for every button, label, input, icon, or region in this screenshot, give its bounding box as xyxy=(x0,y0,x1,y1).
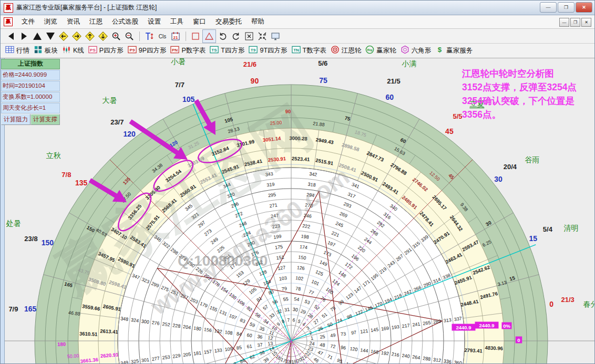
svg-text:301: 301 xyxy=(141,357,149,363)
module-赢家服务[interactable]: $赢家服务 xyxy=(435,45,473,57)
menu-item-帮助[interactable]: 帮助 xyxy=(247,15,269,28)
time-updown-icon[interactable] xyxy=(143,30,156,43)
svg-text:55: 55 xyxy=(283,296,289,302)
module-T四方形[interactable]: TST四方形 xyxy=(209,45,244,57)
module-label: P数字表 xyxy=(181,46,206,55)
svg-text:21/3: 21/3 xyxy=(561,296,575,304)
svg-text:45: 45 xyxy=(445,127,454,136)
module-赢家轮[interactable]: Big赢家轮 xyxy=(365,45,396,57)
menu-item-资讯[interactable]: 资讯 xyxy=(62,15,85,28)
svg-text:T9: T9 xyxy=(251,48,256,53)
tri-down-icon[interactable] xyxy=(44,30,57,43)
cls-icon[interactable]: Cls xyxy=(156,30,169,43)
svg-text:135: 135 xyxy=(75,179,88,187)
module-P四方形[interactable]: PSP四方形 xyxy=(88,45,124,57)
nav-left-icon[interactable] xyxy=(5,30,17,43)
module-label: 江恩轮 xyxy=(342,46,362,55)
shape-square-icon[interactable] xyxy=(189,30,202,43)
module-行情[interactable]: 行情 xyxy=(5,45,29,57)
svg-text:133: 133 xyxy=(214,347,222,353)
menu-item-浏览[interactable]: 浏览 xyxy=(39,15,62,28)
module-label: 行情 xyxy=(16,46,29,55)
tri-up-icon[interactable] xyxy=(31,30,44,43)
diamond-up-icon[interactable] xyxy=(84,30,96,43)
badge-icon: TN xyxy=(291,45,301,57)
module-K线[interactable]: K线 xyxy=(61,45,84,57)
svg-text:132: 132 xyxy=(214,328,222,335)
mdi-minimize-button[interactable]: — xyxy=(559,18,569,27)
shape-triangle-icon[interactable] xyxy=(202,29,216,43)
svg-text:181: 181 xyxy=(193,350,201,357)
hq-icon xyxy=(5,45,15,57)
svg-text:21/5: 21/5 xyxy=(387,77,400,85)
svg-text:25: 25 xyxy=(320,334,325,340)
module-六角形[interactable]: 六角形 xyxy=(400,45,432,57)
calc-buttons: 计算阻力计算支撑 xyxy=(1,114,60,125)
module-江恩轮[interactable]: 江恩轮 xyxy=(330,45,362,57)
mdi-window-controls: —❐✕ xyxy=(559,18,591,27)
menu-item-江恩[interactable]: 江恩 xyxy=(85,15,107,28)
svg-text:PS: PS xyxy=(90,48,96,53)
svg-text:264: 264 xyxy=(412,354,420,360)
svg-text:大暑: 大暑 xyxy=(102,96,117,105)
menu-item-文件[interactable]: 文件 xyxy=(17,15,39,28)
menu-item-交易委托[interactable]: 交易委托 xyxy=(211,15,247,28)
mdi-close-button[interactable]: ✕ xyxy=(581,18,591,27)
window-title: 赢家江恩专业版[赢家服务平台] - [上证指数 江恩轮] xyxy=(16,3,157,12)
app-logo-icon: 赢 xyxy=(4,3,13,13)
diamond-down-icon[interactable] xyxy=(97,30,109,43)
mdi-restore-button[interactable]: ❐ xyxy=(570,18,580,27)
module-label: 9P四方形 xyxy=(139,46,167,55)
quote-row-3: 周天变化步长=1 xyxy=(1,103,60,113)
menu-item-窗口[interactable]: 窗口 xyxy=(188,15,211,28)
svg-text:337: 337 xyxy=(454,316,462,322)
svg-text:24: 24 xyxy=(309,341,315,347)
svg-text:120: 120 xyxy=(123,130,136,138)
calc-support-button[interactable]: 计算支撑 xyxy=(30,114,60,125)
svg-text:72: 72 xyxy=(330,344,336,349)
svg-text:228: 228 xyxy=(172,323,181,329)
menu-logo-icon: 赢 xyxy=(4,17,13,26)
rotate-ccw-icon[interactable] xyxy=(217,30,229,43)
screen-icon[interactable] xyxy=(269,30,282,43)
svg-text:121: 121 xyxy=(360,328,368,335)
menu-items: 文件浏览资讯江恩公式选股设置工具窗口交易委托帮助 xyxy=(17,15,269,28)
menu-item-公式选股[interactable]: 公式选股 xyxy=(107,15,143,28)
svg-text:144: 144 xyxy=(360,347,368,353)
module-T数字表[interactable]: TNT数字表 xyxy=(291,45,326,57)
diamond-left-icon[interactable] xyxy=(57,30,70,43)
svg-text:P9: P9 xyxy=(129,48,135,53)
module-9P四方形[interactable]: P99P四方形 xyxy=(127,45,167,57)
diamond-right-icon[interactable] xyxy=(70,30,83,43)
badge-icon: PS xyxy=(88,45,98,57)
module-板块[interactable]: 板块 xyxy=(33,45,58,57)
svg-text:23/7: 23/7 xyxy=(110,118,124,126)
chart-canvas[interactable]: 1234567891011121314151617181920212223242… xyxy=(1,58,595,364)
restore-button[interactable]: ❐ xyxy=(558,2,575,13)
box-x-icon[interactable] xyxy=(243,30,255,43)
minimize-button[interactable]: — xyxy=(540,2,557,13)
svg-text:108: 108 xyxy=(224,329,233,336)
svg-text:289: 289 xyxy=(433,319,441,325)
quote-rows: 价格=2440.9099时间=20190104变换系数=1.00000周天变化步… xyxy=(1,70,60,113)
menu-item-设置[interactable]: 设置 xyxy=(143,15,166,28)
svg-text:PN: PN xyxy=(172,48,178,53)
svg-text:Q:100800360: Q:100800360 xyxy=(178,253,268,269)
dollar-icon: $ xyxy=(435,45,445,57)
menu-item-工具[interactable]: 工具 xyxy=(166,15,188,28)
svg-text:61: 61 xyxy=(247,344,252,349)
rotate-cw-icon[interactable] xyxy=(230,30,242,43)
module-P数字表[interactable]: PNP数字表 xyxy=(170,45,206,57)
svg-text:处暑: 处暑 xyxy=(6,219,21,227)
calendar-icon[interactable]: 21 xyxy=(169,30,182,43)
module-label: T数字表 xyxy=(303,46,326,55)
close-button[interactable]: ✕ xyxy=(576,2,592,13)
center-arrows-icon[interactable] xyxy=(256,30,269,43)
zoom-in-icon[interactable] xyxy=(110,30,122,43)
svg-text:288: 288 xyxy=(423,356,431,362)
calc-resistance-button[interactable]: 计算阻力 xyxy=(1,114,30,125)
svg-text:277: 277 xyxy=(151,356,160,362)
nav-right-icon[interactable] xyxy=(18,30,30,43)
zoom-out-icon[interactable] xyxy=(123,30,136,43)
module-9T四方形[interactable]: T99T四方形 xyxy=(248,45,287,57)
